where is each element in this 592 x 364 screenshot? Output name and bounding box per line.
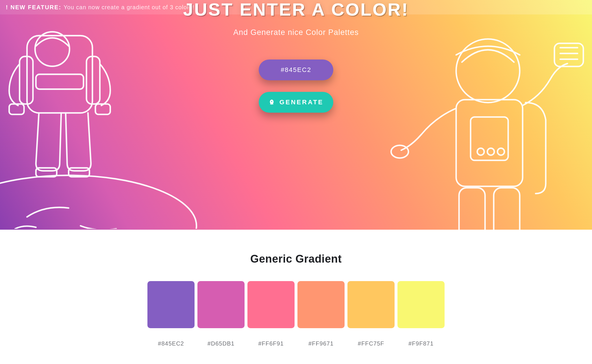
swatch-label-1: #D65DB1	[197, 340, 245, 347]
swatch-5[interactable]	[397, 281, 445, 328]
svg-rect-18	[459, 188, 485, 230]
color-input[interactable]	[259, 60, 333, 80]
generate-button-label: GENERATE	[280, 99, 324, 106]
svg-point-14	[487, 148, 494, 155]
palette-swatches	[0, 281, 592, 328]
swatch-4[interactable]	[347, 281, 395, 328]
swatch-label-4: #FFC75F	[347, 340, 395, 347]
palette-labels: #845EC2 #D65DB1 #FF6F91 #FF9671 #FFC75F …	[0, 340, 592, 347]
swatch-label-0: #845EC2	[147, 340, 195, 347]
swatch-0[interactable]	[147, 281, 195, 328]
svg-point-0	[0, 175, 197, 229]
rocket-icon	[269, 99, 275, 105]
hero-title: JUST ENTER A COLOR!	[0, 0, 592, 19]
hero-subtitle: And Generate nice Color Palettes	[0, 28, 592, 37]
swatch-3[interactable]	[297, 281, 345, 328]
svg-point-13	[477, 148, 484, 155]
swatch-2[interactable]	[247, 281, 295, 328]
svg-point-16	[391, 145, 408, 158]
palette-section: Generic Gradient #845EC2 #D65DB1 #FF6F91…	[0, 230, 592, 347]
svg-point-15	[497, 148, 504, 155]
svg-rect-12	[471, 117, 508, 160]
hero-banner: ! NEW FEATURE: You can now create a grad…	[0, 0, 592, 230]
swatch-label-5: #F9F871	[397, 340, 445, 347]
swatch-1[interactable]	[197, 281, 245, 328]
generate-button[interactable]: GENERATE	[259, 92, 333, 113]
swatch-label-2: #FF6F91	[247, 340, 295, 347]
swatch-label-3: #FF9671	[297, 340, 345, 347]
svg-rect-19	[494, 188, 520, 230]
palette-section-title: Generic Gradient	[0, 253, 592, 265]
